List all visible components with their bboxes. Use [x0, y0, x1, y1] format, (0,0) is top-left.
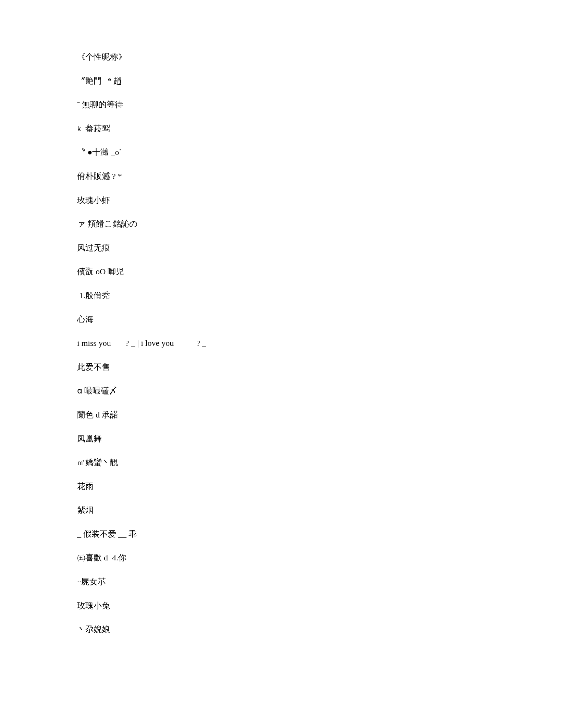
text-line: 玫瑰小兔 [77, 600, 485, 612]
text-line: 〝 ●十灗 _o` [77, 147, 485, 158]
text-line: 《个性昵称》 [77, 51, 485, 63]
text-line: 风过无痕 [77, 242, 485, 254]
text-line: 佾朴販澸 ? * [77, 171, 485, 182]
text-line: 蘭色 d 承諾 [77, 409, 485, 421]
text-line: 心海 [77, 314, 485, 326]
text-line: 1.般佾秃 [77, 290, 485, 302]
text-line: i miss you ? _ | i love you ? _ [77, 338, 485, 349]
text-line: 花雨 [77, 481, 485, 493]
text-line: 玫瑰小虾 [77, 195, 485, 206]
text-line: 紫烟 [77, 505, 485, 516]
text-line: ɑ 嘬嘬礚〆 [77, 385, 485, 397]
text-line: _ 假装不爱 __ 乖 [77, 529, 485, 540]
text-line: 〞艶門 ᶱ 趙 [77, 75, 485, 87]
text-line: ··屍女䒕 [77, 576, 485, 588]
text-line: k 畚菈䴕 [77, 123, 485, 135]
text-line: 此爱不售 [77, 362, 485, 373]
text-line: ㎡嬌蠻丶靚 [77, 457, 485, 469]
text-line: ァ 頖餶こ銘訫の [77, 218, 485, 230]
text-line: 儐翫 oO 啣児 [77, 266, 485, 278]
text-line: ㈤喜歡 d 4.你 [77, 552, 485, 564]
text-line: ˉ 無聊的等待 [77, 99, 485, 111]
text-line: 丶尕婗娘 [77, 624, 485, 635]
text-line: 凤凰舞 [77, 433, 485, 445]
